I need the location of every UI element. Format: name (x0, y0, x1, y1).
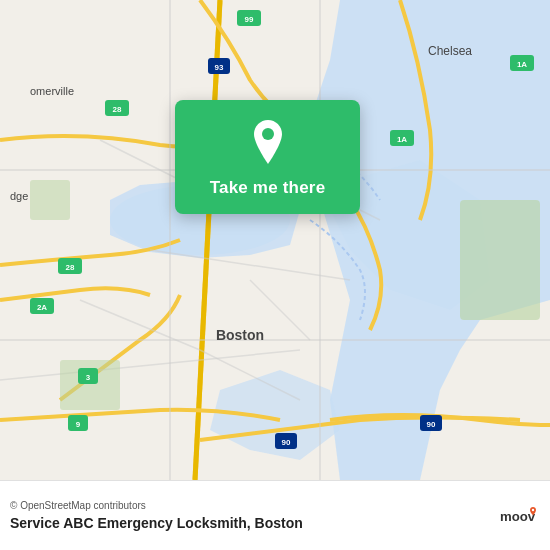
osm-attribution: © OpenStreetMap contributors (10, 500, 303, 511)
svg-text:3: 3 (86, 373, 91, 382)
svg-text:1A: 1A (397, 135, 407, 144)
svg-text:93: 93 (215, 63, 224, 72)
svg-text:Chelsea: Chelsea (428, 44, 472, 58)
take-me-there-button[interactable]: Take me there (210, 176, 326, 200)
svg-text:90: 90 (282, 438, 291, 447)
svg-rect-21 (60, 360, 120, 410)
location-pin-icon (248, 118, 288, 166)
svg-text:9: 9 (76, 420, 81, 429)
svg-point-51 (532, 508, 534, 510)
svg-rect-20 (460, 200, 540, 320)
svg-text:28: 28 (113, 105, 122, 114)
svg-text:28: 28 (66, 263, 75, 272)
svg-text:2A: 2A (37, 303, 47, 312)
svg-text:omerville: omerville (30, 85, 74, 97)
svg-rect-22 (30, 180, 70, 220)
svg-text:Boston: Boston (216, 327, 264, 343)
map-container: 93 99 28 1A 1A 28 2A 3 9 90 90 Chelsea (0, 0, 550, 480)
business-name: Service ABC Emergency Locksmith, Boston (10, 515, 303, 531)
bottom-bar: © OpenStreetMap contributors Service ABC… (0, 480, 550, 550)
location-card: Take me there (175, 100, 360, 214)
svg-point-49 (262, 128, 274, 140)
map-svg: 93 99 28 1A 1A 28 2A 3 9 90 90 Chelsea (0, 0, 550, 480)
moovit-logo: moovit (500, 498, 536, 534)
bottom-left: © OpenStreetMap contributors Service ABC… (10, 500, 303, 531)
svg-text:dge: dge (10, 190, 28, 202)
moovit-logo-svg: moovit (500, 498, 536, 534)
svg-text:99: 99 (245, 15, 254, 24)
svg-text:1A: 1A (517, 60, 527, 69)
svg-text:90: 90 (427, 420, 436, 429)
